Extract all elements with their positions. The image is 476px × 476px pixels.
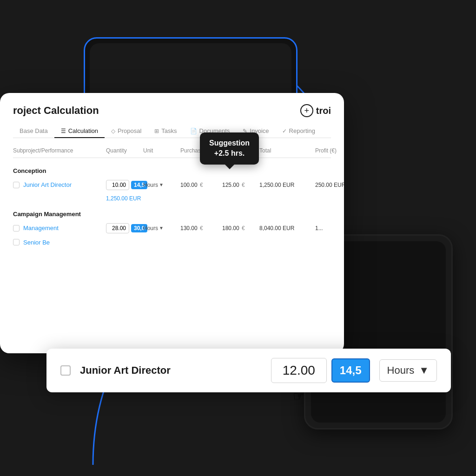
unit-text-mgmt: Hours — [143, 225, 158, 231]
junior-art-director-label: Junior Art Director — [23, 181, 72, 188]
proposal-icon: ◇ — [111, 128, 115, 134]
qty-group-mgmt: 30,0 — [106, 223, 143, 233]
logo-icon — [300, 104, 313, 117]
logo-text: troi — [316, 106, 331, 116]
table-row: Junior Art Director 14,5 Hours ▼ 100.00 … — [13, 177, 331, 193]
row-checkbox[interactable] — [13, 182, 20, 188]
expanded-qty-input[interactable]: 12.00 — [271, 358, 327, 383]
row-checkbox-mgmt[interactable] — [13, 225, 20, 231]
unit-group-junior: Hours ▼ — [143, 182, 180, 188]
main-device: roject Calculation troi Base Data ☰ Calc… — [0, 93, 344, 353]
row-checkbox-senior[interactable] — [13, 239, 20, 245]
expanded-unit-group[interactable]: Hours ▼ — [379, 359, 437, 382]
page-title: roject Calculation — [13, 105, 99, 117]
tab-reporting-label: Reporting — [289, 127, 315, 134]
row-management[interactable]: Management — [13, 225, 106, 231]
subtotal-conception: 1,250.00 EUR — [13, 193, 331, 206]
management-label: Management — [23, 225, 59, 231]
tab-proposal-label: Proposal — [118, 127, 141, 134]
tasks-icon: ⊞ — [154, 128, 159, 134]
purchase-junior: 100.00 € — [180, 182, 222, 188]
profit-junior: 250.00 EUR — [315, 182, 344, 188]
tab-calculation[interactable]: ☰ Calculation — [54, 125, 105, 138]
sale-euro: € — [242, 182, 245, 188]
nav-tabs: Base Data ☰ Calculation ◇ Proposal ⊞ Tas… — [13, 125, 331, 138]
sale-euro-mgmt: € — [242, 225, 245, 231]
calculation-icon: ☰ — [61, 128, 66, 134]
expanded-row-label: Junior Art Director — [80, 364, 271, 377]
table-row-management: Management 30,0 Hours ▼ 130.00 € 180.00 … — [13, 220, 331, 236]
row-senior[interactable]: Senior Be — [13, 239, 106, 246]
suggestion-line1: Suggestion — [209, 138, 250, 148]
reporting-icon: ✓ — [282, 128, 287, 134]
unit-arrow-junior: ▼ — [159, 182, 164, 187]
qty-group-junior: 14,5 — [106, 180, 143, 190]
col-quantity: Quantity — [106, 147, 143, 154]
total-junior: 1,250.00 EUR — [259, 182, 315, 188]
col-total: Total — [259, 147, 315, 154]
total-mgmt: 8,040.00 EUR — [259, 225, 315, 231]
tab-tasks-label: Tasks — [161, 127, 177, 134]
table-row-senior: Senior Be — [13, 236, 331, 249]
expanded-row-card: Junior Art Director 12.00 14,5 Hours ▼ — [46, 349, 451, 392]
expanded-badge: 14,5 — [331, 358, 370, 383]
unit-group-mgmt: Hours ▼ — [143, 225, 180, 231]
suggestion-tooltip: Suggestion +2.5 hrs. — [200, 132, 259, 165]
profit-mgmt: 1... — [315, 225, 344, 231]
documents-icon: 📄 — [190, 128, 197, 134]
purchase-euro: € — [200, 182, 203, 188]
expanded-dropdown-arrow: ▼ — [419, 364, 429, 377]
expanded-unit-label: Hours — [387, 364, 415, 377]
suggestion-line2: +2.5 hrs. — [209, 148, 250, 159]
sale-mgmt: 180.00 € — [222, 225, 259, 231]
tab-calculation-label: Calculation — [68, 127, 98, 134]
tab-tasks[interactable]: ⊞ Tasks — [148, 125, 183, 138]
page-header: roject Calculation troi — [13, 104, 331, 117]
col-profit: Profit (€) — [315, 147, 344, 154]
col-unit: Unit — [143, 147, 180, 154]
purchase-euro-mgmt: € — [200, 225, 203, 231]
section-campaign: Campaign Management — [13, 206, 331, 220]
purchase-mgmt: 130.00 € — [180, 225, 222, 231]
tab-base-data-label: Base Data — [20, 127, 48, 134]
unit-arrow-mgmt: ▼ — [159, 225, 164, 231]
tab-base-data[interactable]: Base Data — [13, 125, 54, 138]
tab-proposal[interactable]: ◇ Proposal — [105, 125, 148, 138]
row-junior-art-director[interactable]: Junior Art Director — [13, 181, 106, 188]
section-conception: Conception — [13, 163, 331, 177]
tab-reporting[interactable]: ✓ Reporting — [276, 125, 322, 138]
unit-text-junior: Hours — [143, 182, 158, 188]
qty-input-mgmt[interactable] — [106, 223, 129, 233]
troi-logo: troi — [300, 104, 331, 117]
expanded-checkbox[interactable] — [60, 365, 71, 376]
table-header: Subproject/Performance Quantity Unit Pur… — [13, 147, 331, 158]
senior-label: Senior Be — [23, 239, 50, 246]
sale-junior: 125.00 € — [222, 182, 259, 188]
col-subproject: Subproject/Performance — [13, 147, 106, 154]
qty-input-junior[interactable] — [106, 180, 129, 190]
